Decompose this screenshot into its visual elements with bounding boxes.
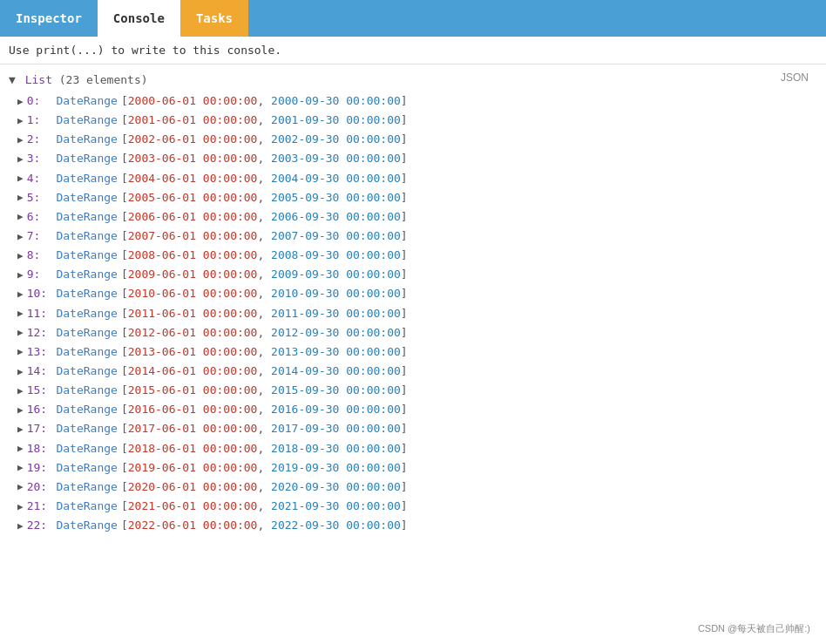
item-date-start: 2004-06-01 00:00:00	[128, 170, 258, 187]
item-date-end: 2002-09-30 00:00:00	[271, 131, 401, 148]
list-item[interactable]: ▶ 18: DateRange [ 2018-06-01 00:00:00 , …	[0, 439, 826, 458]
item-comma: ,	[257, 498, 264, 515]
item-open-bracket: [	[121, 440, 128, 458]
tab-tasks-label: Tasks	[196, 11, 233, 25]
item-comma: ,	[257, 440, 264, 458]
item-date-end: 2011-09-30 00:00:00	[271, 305, 401, 322]
list-item[interactable]: ▶ 0: DateRange [ 2000-06-01 00:00:00 , 2…	[0, 92, 826, 111]
item-expand-arrow: ▶	[17, 113, 24, 128]
watermark: CSDN @每天被自己帅醒:)	[698, 622, 810, 635]
item-index: 1:	[27, 112, 50, 129]
item-open-bracket: [	[121, 150, 128, 167]
item-expand-arrow: ▶	[17, 190, 24, 205]
tab-inspector[interactable]: Inspector	[0, 0, 98, 37]
item-index: 16:	[27, 401, 50, 418]
item-date-end: 2007-09-30 00:00:00	[271, 227, 401, 245]
item-open-bracket: [	[121, 478, 128, 496]
item-date-start: 2010-06-01 00:00:00	[128, 285, 258, 302]
item-close-bracket: ]	[401, 189, 408, 207]
item-expand-arrow: ▶	[17, 499, 24, 514]
item-expand-arrow: ▶	[17, 287, 24, 302]
item-open-bracket: [	[121, 363, 128, 380]
item-date-end: 2017-09-30 00:00:00	[271, 420, 401, 437]
list-item[interactable]: ▶ 17: DateRange [ 2017-06-01 00:00:00 , …	[0, 419, 826, 438]
item-comma: ,	[257, 517, 264, 534]
list-item[interactable]: ▶ 13: DateRange [ 2013-06-01 00:00:00 , …	[0, 342, 826, 362]
item-type: DateRange	[56, 285, 117, 302]
item-open-bracket: [	[121, 382, 128, 399]
item-expand-arrow: ▶	[17, 460, 24, 475]
list-item[interactable]: ▶ 3: DateRange [ 2003-06-01 00:00:00 , 2…	[0, 149, 826, 168]
item-type: DateRange	[56, 170, 117, 187]
list-header[interactable]: ▼ List (23 elements)	[0, 64, 826, 92]
tab-tasks[interactable]: Tasks	[180, 0, 248, 37]
item-close-bracket: ]	[401, 343, 408, 361]
list-item[interactable]: ▶ 22: DateRange [ 2022-06-01 00:00:00 , …	[0, 516, 826, 535]
item-date-end: 2020-09-30 00:00:00	[271, 478, 401, 496]
json-button[interactable]: JSON	[781, 71, 809, 84]
item-comma: ,	[257, 459, 264, 477]
item-close-bracket: ]	[401, 517, 408, 534]
item-open-bracket: [	[121, 517, 128, 534]
item-expand-arrow: ▶	[17, 422, 24, 437]
list-item[interactable]: ▶ 1: DateRange [ 2001-06-01 00:00:00 , 2…	[0, 111, 826, 130]
tab-console[interactable]: Console	[98, 0, 180, 37]
list-item[interactable]: ▶ 19: DateRange [ 2019-06-01 00:00:00 , …	[0, 458, 826, 478]
list-item[interactable]: ▶ 6: DateRange [ 2006-06-01 00:00:00 , 2…	[0, 207, 826, 227]
item-expand-arrow: ▶	[17, 441, 24, 456]
list-type-label: List	[25, 73, 52, 86]
list-item[interactable]: ▶ 9: DateRange [ 2009-06-01 00:00:00 , 2…	[0, 265, 826, 284]
item-expand-arrow: ▶	[17, 325, 24, 340]
list-item[interactable]: ▶ 7: DateRange [ 2007-06-01 00:00:00 , 2…	[0, 227, 826, 246]
item-comma: ,	[257, 189, 264, 207]
list-item[interactable]: ▶ 16: DateRange [ 2016-06-01 00:00:00 , …	[0, 400, 826, 419]
list-item[interactable]: ▶ 5: DateRange [ 2005-06-01 00:00:00 , 2…	[0, 188, 826, 207]
item-index: 15:	[27, 382, 50, 399]
list-item[interactable]: ▶ 14: DateRange [ 2014-06-01 00:00:00 , …	[0, 362, 826, 381]
item-index: 2:	[27, 131, 50, 148]
item-comma: ,	[257, 305, 264, 322]
item-expand-arrow: ▶	[17, 94, 24, 109]
item-date-start: 2013-06-01 00:00:00	[128, 343, 258, 361]
item-index: 3:	[27, 150, 50, 167]
item-type: DateRange	[56, 498, 117, 515]
item-type: DateRange	[56, 150, 117, 167]
list-item[interactable]: ▶ 2: DateRange [ 2002-06-01 00:00:00 , 2…	[0, 130, 826, 149]
item-type: DateRange	[56, 363, 117, 380]
item-date-start: 2002-06-01 00:00:00	[128, 131, 258, 148]
item-open-bracket: [	[121, 498, 128, 515]
list-scroll[interactable]: ▶ 0: DateRange [ 2000-06-01 00:00:00 , 2…	[0, 92, 826, 641]
list-item[interactable]: ▶ 10: DateRange [ 2010-06-01 00:00:00 , …	[0, 284, 826, 303]
item-open-bracket: [	[121, 305, 128, 322]
item-index: 0:	[27, 92, 50, 110]
list-item[interactable]: ▶ 12: DateRange [ 2012-06-01 00:00:00 , …	[0, 323, 826, 342]
item-comma: ,	[257, 420, 264, 437]
list-item[interactable]: ▶ 11: DateRange [ 2011-06-01 00:00:00 , …	[0, 304, 826, 323]
list-item[interactable]: ▶ 21: DateRange [ 2021-06-01 00:00:00 , …	[0, 497, 826, 516]
item-date-end: 2015-09-30 00:00:00	[271, 382, 401, 399]
item-comma: ,	[257, 112, 264, 129]
item-date-end: 2022-09-30 00:00:00	[271, 517, 401, 534]
list-item[interactable]: ▶ 4: DateRange [ 2004-06-01 00:00:00 , 2…	[0, 169, 826, 188]
item-open-bracket: [	[121, 420, 128, 437]
item-close-bracket: ]	[401, 363, 408, 380]
item-type: DateRange	[56, 382, 117, 399]
item-date-end: 2003-09-30 00:00:00	[271, 150, 401, 167]
list-count-label: (23 elements)	[59, 73, 148, 86]
item-date-end: 2021-09-30 00:00:00	[271, 498, 401, 515]
inspector-content: JSON ▼ List (23 elements) ▶ 0: DateRange…	[0, 64, 826, 641]
list-item[interactable]: ▶ 8: DateRange [ 2008-06-01 00:00:00 , 2…	[0, 246, 826, 265]
item-type: DateRange	[56, 131, 117, 148]
item-type: DateRange	[56, 92, 117, 110]
item-index: 21:	[27, 498, 50, 515]
item-type: DateRange	[56, 478, 117, 496]
item-date-start: 2017-06-01 00:00:00	[128, 420, 258, 437]
item-date-end: 2009-09-30 00:00:00	[271, 266, 401, 283]
item-open-bracket: [	[121, 285, 128, 302]
list-item[interactable]: ▶ 20: DateRange [ 2020-06-01 00:00:00 , …	[0, 478, 826, 497]
item-index: 9:	[27, 266, 50, 283]
item-index: 19:	[27, 459, 50, 477]
item-expand-arrow: ▶	[17, 268, 24, 282]
list-item[interactable]: ▶ 15: DateRange [ 2015-06-01 00:00:00 , …	[0, 381, 826, 400]
item-date-start: 2018-06-01 00:00:00	[128, 440, 258, 458]
